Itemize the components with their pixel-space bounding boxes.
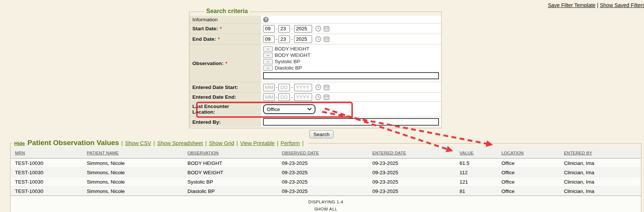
remove-observation-button[interactable]: − <box>263 53 273 58</box>
legend-separator: | <box>275 140 281 146</box>
save-filter-template-link[interactable]: Save Filter Template <box>548 2 595 8</box>
end-date-year-input[interactable] <box>294 36 312 43</box>
show-all-link[interactable]: SHOW ALL <box>10 207 641 211</box>
remove-observation-button[interactable]: − <box>263 65 273 71</box>
cell-location: Office <box>501 188 564 194</box>
calendar-icon[interactable] <box>323 25 330 32</box>
clock-icon[interactable] <box>315 94 321 100</box>
cell-entered-by: Clinician, Ima <box>564 170 641 175</box>
entered-date-start-row: Entered Date Start: - - <box>189 82 441 93</box>
table-row: TEST-10030 Simmons, Nicole BODY HEIGHT 0… <box>10 159 641 168</box>
start-date-day-input[interactable] <box>278 25 290 33</box>
observation-item: − Diastolic BP <box>263 65 441 71</box>
column-header-patient-name[interactable]: PATIENT NAME <box>87 151 187 155</box>
entered-date-start-year-input[interactable] <box>294 84 312 91</box>
cell-observation: BODY WEIGHT <box>187 170 282 175</box>
search-button[interactable]: Search <box>309 130 333 138</box>
observation-item-label: BODY HEIGHT <box>275 46 309 52</box>
displaying-count: DISPLAYING 1-4 <box>10 200 641 204</box>
required-asterisk: * <box>225 61 227 66</box>
date-dash: - <box>291 94 293 100</box>
end-date-label: End Date: <box>192 36 216 42</box>
cell-mrn: TEST-10030 <box>10 188 87 194</box>
entered-date-end-row: Entered Date End: - - <box>189 93 441 102</box>
legend-separator: | <box>151 140 157 146</box>
date-dash: - <box>276 94 277 100</box>
column-header-value[interactable]: VALUE <box>460 151 501 155</box>
cell-value: 81 <box>460 188 501 194</box>
show-csv-link[interactable]: Show CSV <box>125 140 151 146</box>
cell-value: 61.5 <box>460 160 501 166</box>
clock-icon[interactable] <box>315 84 321 90</box>
column-header-observation[interactable]: OBSERVATION <box>187 151 282 155</box>
last-encounter-location-select[interactable]: Office <box>263 104 315 114</box>
calendar-icon[interactable] <box>323 36 330 42</box>
table-row: TEST-10030 Simmons, Nicole Systolic BP 0… <box>10 177 641 187</box>
patient-observation-values-section: Hide Patient Observation Values | Show C… <box>10 143 641 212</box>
cell-patient-name: Simmons, Nicole <box>87 160 187 166</box>
column-header-entered-by[interactable]: ENTERED BY <box>564 151 641 155</box>
calendar-icon[interactable] <box>323 84 330 90</box>
results-title: Patient Observation Values <box>27 139 119 147</box>
entered-date-end-day-input[interactable] <box>278 93 290 101</box>
observation-item-label: Systolic BP <box>275 59 300 64</box>
last-encounter-location-row: Last Encounter Location: Office <box>189 102 441 117</box>
entered-by-row: Entered By: <box>189 117 441 127</box>
observation-item-label: Diastolic BP <box>275 65 302 71</box>
show-saved-filters-link[interactable]: Show Saved Filters <box>600 2 644 8</box>
cell-location: Office <box>501 170 564 175</box>
observation-label: Observation: <box>192 61 223 66</box>
cell-patient-name: Simmons, Nicole <box>87 170 187 175</box>
date-dash: - <box>276 85 277 90</box>
entered-date-end-label: Entered Date End: <box>192 94 236 100</box>
clock-icon[interactable] <box>315 36 321 42</box>
links-separator: | <box>595 2 600 8</box>
end-date-day-input[interactable] <box>278 36 290 43</box>
clock-icon[interactable] <box>315 25 321 32</box>
date-dash: - <box>276 36 277 42</box>
cell-location: Office <box>501 179 564 185</box>
entered-by-input[interactable] <box>263 118 439 126</box>
date-dash: - <box>276 26 277 31</box>
column-header-entered-date[interactable]: ENTERED DATE <box>372 151 460 155</box>
help-icon[interactable]: ? <box>263 17 269 22</box>
view-printable-link[interactable]: View Printable <box>240 140 275 146</box>
date-dash: - <box>291 85 293 90</box>
filter-template-links: Save Filter Template|Show Saved Filters <box>548 2 644 8</box>
page: Save Filter Template|Show Saved Filters … <box>0 0 644 212</box>
cell-value: 112 <box>460 170 501 175</box>
observation-item: − Systolic BP <box>263 58 441 65</box>
show-spreadsheet-link[interactable]: Show Spreadsheet <box>157 140 203 146</box>
start-date-month-input[interactable] <box>263 25 275 33</box>
entered-date-end-year-input[interactable] <box>294 93 312 101</box>
legend-separator: | <box>300 140 306 146</box>
last-encounter-location-label: Last Encounter Location: <box>192 104 239 115</box>
cell-entered-date: 09-23-2025 <box>372 160 460 166</box>
observation-item: − BODY WEIGHT <box>263 52 441 58</box>
selected-location-value: Office <box>267 107 280 112</box>
end-date-month-input[interactable] <box>263 36 275 43</box>
column-header-mrn[interactable]: MRN <box>10 151 87 155</box>
calendar-icon[interactable] <box>323 94 330 100</box>
date-dash: - <box>291 26 293 31</box>
entered-date-end-month-input[interactable] <box>263 93 275 101</box>
perform-link[interactable]: Perform <box>281 140 300 146</box>
remove-observation-button[interactable]: − <box>263 59 273 64</box>
cell-observed-date: 09-23-2025 <box>282 179 372 185</box>
column-header-observed-date[interactable]: OBSERVED DATE <box>282 151 372 155</box>
start-date-year-input[interactable] <box>294 25 312 33</box>
remove-observation-button[interactable]: − <box>263 46 273 52</box>
date-dash: - <box>291 36 293 42</box>
hide-link[interactable]: Hide <box>14 141 25 146</box>
column-header-location[interactable]: LOCATION <box>501 151 564 155</box>
entered-by-label: Entered By: <box>192 119 221 125</box>
start-date-label: Start Date: <box>192 26 218 31</box>
cell-location: Office <box>501 160 564 166</box>
entered-date-start-month-input[interactable] <box>263 84 275 91</box>
observation-row: Observation:* − BODY HEIGHT − BODY WEIGH… <box>189 44 441 82</box>
legend-separator: | <box>119 140 125 146</box>
observation-search-input[interactable] <box>263 72 439 79</box>
cell-observed-date: 09-23-2025 <box>282 160 372 166</box>
show-grid-link[interactable]: Show Grid <box>209 140 234 146</box>
entered-date-start-day-input[interactable] <box>278 84 290 91</box>
